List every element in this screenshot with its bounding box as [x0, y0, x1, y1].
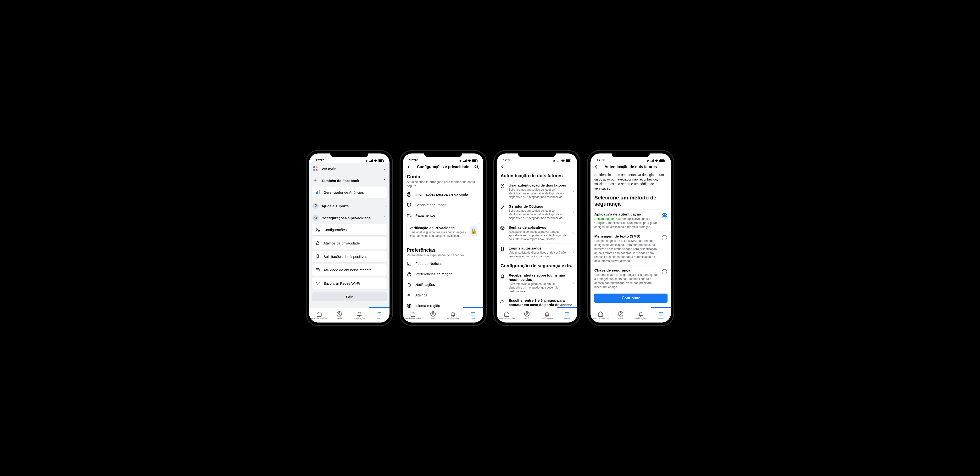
row-pagamentos[interactable]: Pagamentos	[403, 210, 483, 221]
globe-icon	[407, 303, 412, 308]
tab-profile[interactable]: Perfil	[329, 308, 349, 323]
back-button[interactable]	[500, 165, 506, 169]
bell-icon	[450, 311, 456, 317]
row-tambem[interactable]: Também do Facebook ⌃	[309, 174, 390, 187]
tab-feed[interactable]: Feed de Notícias	[403, 308, 423, 323]
chevron-right-icon: ›	[572, 231, 574, 236]
tab-feed[interactable]: Feed de Notícias	[590, 308, 611, 323]
svg-point-35	[501, 300, 503, 301]
row-login-alerts[interactable]: Receber alertas sobre logins não reconhe…	[497, 271, 577, 296]
option-auth-app[interactable]: Aplicativo de autenticação Recomendado ·…	[590, 209, 671, 232]
help-icon: ?	[312, 203, 319, 209]
svg-point-5	[317, 179, 317, 180]
row-title: Senhas de aplicativos	[509, 225, 570, 230]
item-solic[interactable]: Solicitações de dispositivos	[312, 251, 387, 262]
svg-point-24	[475, 165, 478, 168]
tab-label: Menu	[377, 317, 382, 319]
row-title: Logins autorizados	[509, 246, 570, 251]
tab-menu[interactable]: Menu	[557, 308, 577, 323]
phone-1: 17:37 Ver mais ⌄ Também do Facebook	[306, 150, 392, 326]
radio-selected[interactable]	[662, 213, 667, 218]
select-method-heading: Selecione um método de segurança	[590, 194, 671, 210]
status-bar: 17:37	[309, 153, 390, 163]
svg-point-8	[317, 180, 317, 181]
status-bar: 17:38	[590, 153, 671, 163]
tab-notif[interactable]: Notificações	[631, 308, 651, 323]
phone-icon	[315, 254, 321, 259]
row-authorized-logins[interactable]: Logins autorizadosVeja uma lista de disp…	[497, 244, 577, 261]
item-atividade[interactable]: Atividade de anúncios recente	[312, 264, 387, 276]
row-idioma[interactable]: Idioma e região	[403, 300, 483, 308]
radio-unselected[interactable]	[662, 269, 667, 275]
option-subtitle: Use mensagens de texto (SMS) para recebe…	[594, 239, 659, 263]
tab-notif[interactable]: Notificações	[537, 308, 557, 323]
gear-icon: ⚙	[312, 215, 319, 221]
svg-point-31	[432, 313, 434, 314]
row-reactions[interactable]: Preferências de reação	[403, 269, 483, 280]
row-ajuda[interactable]: ? Ajuda e suporte ⌄	[309, 200, 390, 212]
chevron-right-icon: ›	[572, 281, 574, 286]
option-sms[interactable]: Mensagem de texto (SMS) Use mensagens de…	[590, 232, 671, 265]
svg-point-1	[316, 166, 318, 168]
active-tab-indicator	[651, 307, 671, 308]
profile-icon	[618, 311, 624, 317]
svg-point-26	[409, 193, 410, 195]
section-subtitle: Atualize suas informações para manter su…	[407, 180, 479, 188]
tab-menu[interactable]: Menu	[369, 308, 390, 323]
svg-point-4	[315, 179, 316, 180]
svg-rect-14	[319, 190, 320, 194]
continue-button[interactable]: Continuar	[594, 294, 668, 303]
row-use-2fa[interactable]: Usar autenticação de dois fatoresSolicit…	[497, 181, 577, 202]
row-ver-mais[interactable]: Ver mais ⌄	[309, 163, 390, 174]
tab-feed[interactable]: Feed de Notícias	[309, 308, 329, 323]
tab-label: Menu	[471, 317, 476, 319]
tab-menu[interactable]: Menu	[651, 308, 671, 323]
row-code-gen[interactable]: Gerador de CódigosSolicitaremos um códig…	[497, 202, 577, 223]
key-icon	[500, 204, 506, 209]
row-info-pessoais[interactable]: Informações pessoais e da conta	[403, 189, 483, 200]
item-wifi[interactable]: Encontrar Redes Wi-Fi	[312, 278, 387, 289]
svg-point-11	[317, 182, 317, 182]
item-gerenciador[interactable]: Gerenciador de Anúncios	[312, 187, 387, 198]
privacy-checkup-card[interactable]: Verificação de Privacidade Uma análise g…	[406, 223, 480, 241]
radio-unselected[interactable]	[662, 235, 667, 240]
row-label: Idioma e região	[415, 303, 440, 308]
logout-button[interactable]: Sair	[312, 292, 387, 301]
svg-rect-20	[316, 268, 320, 271]
tab-menu[interactable]: Menu	[463, 308, 483, 323]
home-icon	[598, 311, 603, 317]
promo-subtitle: Uma análise guiada das suas configuraçõe…	[409, 231, 468, 238]
row-trusted-contacts[interactable]: Escolher entre 3 e 5 amigos para contata…	[497, 296, 577, 308]
tab-notif[interactable]: Notificações	[443, 308, 463, 323]
item-atalhos[interactable]: Atalhos de privacidade	[312, 237, 387, 249]
row-config-priv[interactable]: ⚙ Configurações e privacidade ⌃	[309, 212, 390, 224]
row-app-passwords[interactable]: Senhas de aplicativosReceba uma senha de…	[497, 223, 577, 244]
tab-profile[interactable]: Perfil	[611, 308, 631, 323]
option-security-key[interactable]: Chave de segurança Use uma chave de segu…	[590, 265, 671, 292]
promo-title: Verificação de Privacidade	[409, 226, 468, 230]
tab-feed[interactable]: Feed de Notícias	[497, 308, 517, 323]
section-subtitle: Personalize sua experiência no Facebook.	[407, 253, 479, 257]
item-config[interactable]: Configurações	[312, 224, 387, 235]
row-senha[interactable]: Senha e segurança	[403, 200, 483, 210]
item-label: Atividade de anúncios recente	[323, 268, 372, 272]
status-time: 17:38	[597, 158, 605, 162]
tab-profile[interactable]: Perfil	[423, 308, 443, 323]
back-button[interactable]	[594, 165, 600, 169]
back-button[interactable]	[406, 165, 412, 169]
tab-label: Notificações	[635, 317, 646, 319]
device-icon	[500, 246, 506, 251]
search-button[interactable]	[474, 165, 480, 169]
tab-notif[interactable]: Notificações	[349, 308, 369, 323]
tab-profile[interactable]: Perfil	[517, 308, 537, 323]
active-tab-indicator	[369, 307, 390, 308]
svg-point-40	[620, 313, 621, 314]
row-atalhos[interactable]: Atalhos	[403, 290, 483, 300]
tab-bar: Feed de Notícias Perfil Notificações Men…	[497, 308, 577, 323]
section-title: Preferências	[407, 248, 479, 253]
row-notif[interactable]: Notificações	[403, 280, 483, 290]
svg-point-6	[314, 180, 315, 181]
row-feed[interactable]: Feed de Notícias	[403, 258, 483, 269]
status-time: 17:37	[315, 158, 324, 162]
svg-point-38	[526, 313, 528, 314]
